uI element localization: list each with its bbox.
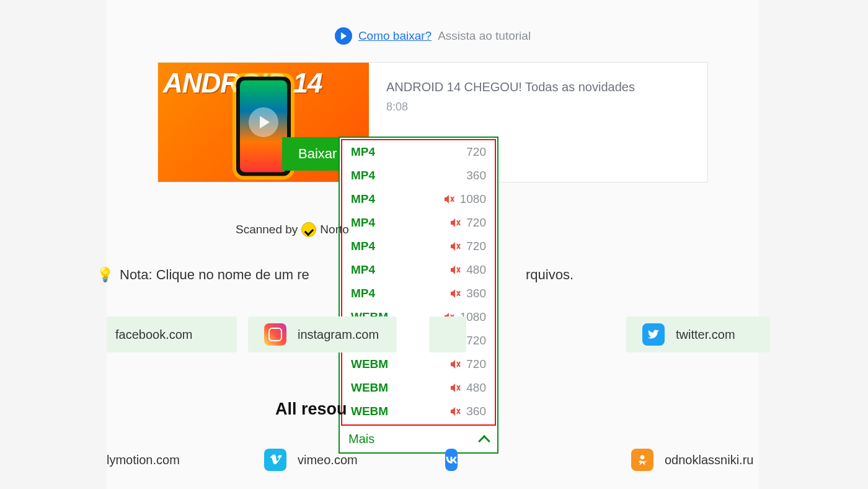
note-row: 💡 Nota: Clique no nome de um re rquivos. (97, 267, 464, 283)
muted-icon (444, 194, 455, 204)
thumb-play-icon (249, 107, 278, 137)
format-type: MP4 (351, 216, 375, 230)
twitter-icon (642, 323, 665, 346)
site-label: instagram.com (298, 328, 379, 342)
muted-icon (450, 406, 461, 416)
muted-icon (450, 289, 461, 298)
site-button-hidden[interactable] (429, 316, 466, 352)
format-option[interactable]: MP4720 (342, 140, 495, 164)
tutorial-hint: Assista ao tutorial (438, 29, 531, 43)
format-type: MP4 (351, 169, 375, 182)
format-quality: 720 (466, 357, 486, 371)
muted-icon (450, 241, 461, 251)
scanned-row: Scanned by Norto (236, 222, 349, 237)
format-type: MP4 (351, 287, 375, 300)
chevron-up-icon (478, 435, 490, 447)
format-option[interactable]: WEBM360 (342, 400, 495, 423)
ok-icon (631, 449, 653, 471)
site-label: odnoklassniki.ru (665, 453, 753, 467)
site-button-twitter[interactable]: twitter.com (626, 316, 770, 352)
format-quality: 1080 (460, 192, 486, 206)
format-quality: 360 (466, 169, 486, 182)
scanned-prefix: Scanned by (236, 223, 298, 236)
site-button-instagram[interactable]: instagram.com (248, 316, 397, 352)
tutorial-row: Como baixar? Assista ao tutorial (107, 0, 759, 62)
muted-icon (450, 359, 461, 369)
format-dropdown: MP4720MP4360MP41080MP4720MP4720MP4480MP4… (339, 137, 498, 454)
format-option[interactable]: MP41080 (342, 187, 495, 211)
format-option[interactable]: MP4360 (342, 282, 495, 305)
site-button-ok[interactable]: odnoklassniki.ru (615, 442, 776, 478)
play-circle-icon[interactable] (335, 27, 352, 45)
format-quality: 360 (466, 405, 486, 418)
format-option[interactable]: MP4720 (342, 211, 495, 235)
note-prefix: Nota: Clique no nome de um re (120, 267, 309, 283)
instagram-icon (264, 323, 286, 346)
format-quality: 720 (466, 334, 486, 348)
format-type: MP4 (351, 192, 375, 206)
format-type: MP4 (351, 240, 375, 253)
note-suffix: rquivos. (526, 267, 574, 283)
site-button-facebook[interactable]: facebook.com (107, 316, 237, 352)
format-quality: 720 (466, 240, 486, 253)
format-quality: 720 (466, 145, 486, 159)
bulb-icon: 💡 (97, 267, 113, 283)
site-button-vk[interactable] (429, 442, 466, 478)
video-duration: 8:08 (386, 101, 635, 114)
site-button-vimeo[interactable]: vimeo.com (248, 442, 384, 478)
format-type: WEBM (351, 405, 388, 418)
site-label: vimeo.com (298, 453, 358, 467)
site-button-dailymotion[interactable]: lymotion.com (107, 442, 200, 478)
format-quality: 360 (466, 287, 486, 300)
format-quality: 720 (466, 216, 486, 230)
scanned-brand: Norto (320, 223, 348, 236)
all-resources-heading: All resou (275, 400, 347, 419)
muted-icon (450, 383, 461, 393)
norton-badge-icon (301, 222, 316, 237)
format-type: MP4 (351, 145, 375, 159)
format-option[interactable]: MP4360 (342, 164, 495, 187)
site-label: twitter.com (676, 328, 735, 342)
format-quality: 480 (466, 381, 486, 395)
vk-icon (445, 449, 458, 471)
format-option[interactable]: MP4720 (342, 235, 495, 258)
site-label: lymotion.com (107, 453, 180, 467)
vimeo-icon (264, 449, 286, 471)
site-label: facebook.com (115, 328, 193, 342)
format-quality: 480 (466, 263, 486, 277)
format-type: WEBM (351, 357, 388, 371)
muted-icon (450, 218, 461, 228)
svg-point-0 (640, 455, 645, 460)
format-option[interactable]: WEBM720 (342, 352, 495, 376)
how-to-download-link[interactable]: Como baixar? (358, 29, 432, 43)
video-title: ANDROID 14 CHEGOU! Todas as novidades (386, 80, 635, 94)
format-type: WEBM (351, 381, 388, 395)
format-option[interactable]: WEBM480 (342, 376, 495, 400)
